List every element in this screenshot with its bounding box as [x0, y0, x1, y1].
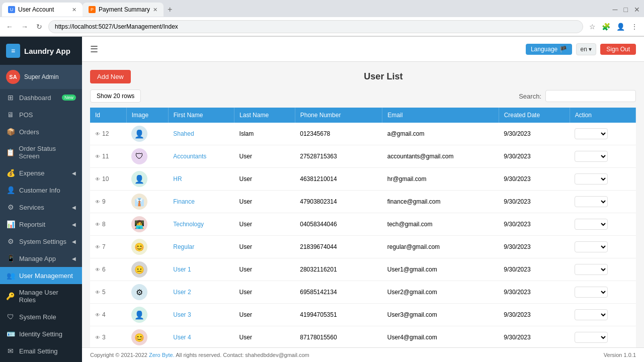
refresh-button[interactable]: ↻: [34, 21, 44, 33]
visibility-icon[interactable]: 👁: [95, 312, 100, 318]
visibility-icon[interactable]: 👁: [95, 244, 100, 250]
col-phone[interactable]: Phone Number: [295, 108, 382, 123]
sidebar-item-reports[interactable]: 📊 Reportsit ◀: [0, 216, 82, 233]
action-dropdown[interactable]: EditDelete: [575, 264, 608, 275]
email-icon: ✉: [6, 347, 15, 355]
back-button[interactable]: ←: [4, 21, 15, 33]
footer: Copyright © 2021-2022 Zero Byte. All rig…: [82, 347, 644, 362]
sidebar-label-manage-user-roles: Manage User Roles: [19, 289, 76, 304]
firstname-link[interactable]: User 2: [173, 289, 191, 296]
visibility-icon[interactable]: 👁: [95, 222, 100, 227]
visibility-icon[interactable]: 👁: [95, 199, 100, 205]
action-dropdown[interactable]: EditDelete: [575, 151, 608, 162]
sidebar-item-orders[interactable]: 📦 Orders: [0, 123, 82, 140]
browser-chrome: U User Account ✕ P Payment Summary ✕ + ─…: [0, 0, 644, 37]
sidebar-item-dashboard[interactable]: ⊞ Dashboard New: [0, 89, 82, 106]
action-dropdown[interactable]: EditDelete: [575, 309, 608, 320]
sidebar-item-customer-info[interactable]: 👤 Customer Info: [0, 182, 82, 199]
firstname-link[interactable]: User 3: [173, 311, 191, 318]
show-rows-button[interactable]: Show 20 rows: [90, 89, 141, 103]
action-dropdown[interactable]: EditDelete: [575, 241, 608, 252]
sidebar-header: ≡ Laundry App: [0, 37, 82, 65]
sidebar-item-pos[interactable]: 🖥 POS: [0, 106, 82, 123]
cell-lastname: User: [234, 213, 295, 236]
action-dropdown[interactable]: EditDelete: [575, 219, 608, 230]
language-button[interactable]: Language 🏴: [526, 44, 572, 55]
cell-created: 9/30/2023: [499, 168, 570, 191]
firstname-link[interactable]: Technology: [173, 221, 204, 228]
forward-button[interactable]: →: [19, 21, 30, 33]
action-dropdown[interactable]: EditDelete: [575, 196, 608, 207]
cell-action: EditDelete: [570, 326, 635, 348]
table-controls: Show 20 rows Search:: [90, 89, 636, 103]
cell-firstname: User 1: [168, 258, 234, 281]
new-tab-button[interactable]: +: [164, 5, 176, 14]
sidebar-item-system-role[interactable]: 🛡 System Role: [0, 308, 82, 325]
firstname-link[interactable]: Accountants: [173, 153, 206, 160]
sidebar-label-order-status: Order Status Screen: [19, 145, 76, 160]
version-text: Version 1.0.1: [604, 352, 636, 358]
en-button[interactable]: en ▾: [576, 43, 597, 55]
tab-payment-summary[interactable]: P Payment Summary ✕: [83, 3, 164, 17]
manage-app-icon: 📱: [6, 254, 15, 262]
sidebar-item-user-management[interactable]: 👥 User Management: [0, 267, 82, 284]
sidebar-label-system-settings: System Settings: [19, 238, 66, 245]
minimize-icon[interactable]: ─: [611, 4, 620, 16]
action-dropdown[interactable]: EditDelete: [575, 332, 608, 343]
firstname-link[interactable]: User 4: [173, 334, 191, 341]
firstname-link[interactable]: HR: [173, 175, 182, 183]
sidebar-label-expense: Expense: [19, 169, 45, 177]
firstname-link[interactable]: Finance: [173, 198, 195, 205]
col-id[interactable]: Id: [90, 108, 126, 123]
sidebar-item-manage-user-roles[interactable]: 🔑 Manage User Roles: [0, 284, 82, 308]
user-image: 👤: [131, 171, 147, 187]
tab-close-1[interactable]: ✕: [72, 7, 76, 13]
hamburger-icon[interactable]: ☰: [90, 44, 98, 55]
user-mgmt-icon: 👥: [6, 272, 15, 280]
profile-icon[interactable]: 👤: [614, 21, 627, 33]
visibility-icon[interactable]: 👁: [95, 267, 100, 273]
col-firstname[interactable]: First Name: [168, 108, 234, 123]
sidebar-item-services[interactable]: ⚙ Services ◀: [0, 199, 82, 216]
col-lastname[interactable]: Last Name: [234, 108, 295, 123]
action-dropdown[interactable]: EditDelete: [575, 287, 608, 298]
address-bar[interactable]: [48, 20, 583, 33]
cell-email: finance@gmail.com: [382, 191, 499, 213]
action-dropdown[interactable]: EditDelete: [575, 128, 608, 139]
maximize-icon[interactable]: □: [622, 4, 630, 16]
visibility-icon[interactable]: 👁: [95, 131, 100, 137]
sidebar-label-identity: Identity Setting: [19, 330, 62, 338]
add-new-button[interactable]: Add New: [90, 70, 131, 83]
firstname-link[interactable]: Shahed: [173, 130, 194, 137]
tab-close-2[interactable]: ✕: [153, 7, 157, 13]
col-created[interactable]: Created Date: [499, 108, 570, 123]
company-link[interactable]: Zero Byte.: [149, 352, 175, 358]
col-email[interactable]: Email: [382, 108, 499, 123]
sidebar-item-email-setting[interactable]: ✉ Email Setting: [0, 342, 82, 359]
search-input[interactable]: [545, 90, 636, 102]
sidebar-item-expense[interactable]: 💰 Expense ◀: [0, 164, 82, 182]
action-dropdown[interactable]: EditDelete: [575, 173, 608, 185]
col-image: Image: [126, 108, 168, 123]
close-window-icon[interactable]: ✕: [632, 4, 642, 16]
cell-created: 9/30/2023: [499, 145, 570, 168]
sidebar-item-manage-app[interactable]: 📱 Manage App ◀: [0, 250, 82, 267]
visibility-icon[interactable]: 👁: [95, 176, 100, 182]
firstname-link[interactable]: Regular: [173, 243, 194, 250]
sidebar: ≡ Laundry App SA Super Admin ⊞ Dashboard…: [0, 37, 82, 362]
signout-button[interactable]: Sign Out: [600, 44, 636, 55]
firstname-link[interactable]: User 1: [173, 266, 191, 273]
star-icon[interactable]: ☆: [587, 21, 598, 33]
visibility-icon[interactable]: 👁: [95, 335, 100, 340]
sidebar-item-login-history[interactable]: 📜 Login History: [0, 359, 82, 362]
sidebar-item-identity-setting[interactable]: 🪪 Identity Setting: [0, 325, 82, 342]
cell-email: accountants@gmail.com: [382, 145, 499, 168]
cell-lastname: Islam: [234, 123, 295, 145]
menu-dots-icon[interactable]: ⋮: [629, 21, 640, 33]
visibility-icon[interactable]: 👁: [95, 290, 100, 295]
sidebar-item-system-settings[interactable]: ⚙ System Settings ◀: [0, 233, 82, 250]
tab-user-account[interactable]: U User Account ✕: [2, 3, 83, 17]
extension-icon[interactable]: 🧩: [600, 21, 612, 33]
sidebar-item-order-status[interactable]: 📋 Order Status Screen: [0, 140, 82, 164]
visibility-icon[interactable]: 👁: [95, 154, 100, 159]
